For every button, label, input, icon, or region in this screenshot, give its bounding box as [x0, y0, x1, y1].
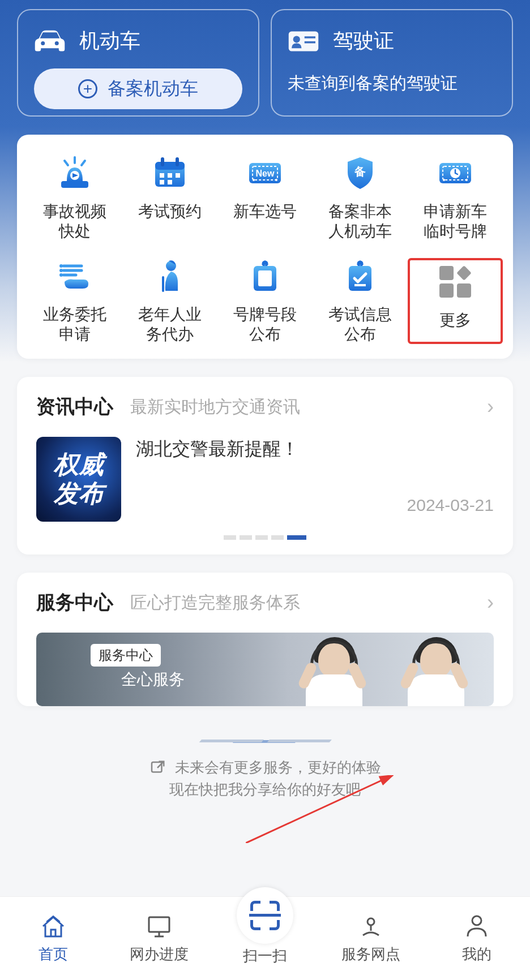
svg-rect-8 [161, 157, 164, 166]
person-icon [463, 913, 490, 940]
grid-register-other[interactable]: 备 备案非本 人机动车 [313, 155, 408, 241]
grid-delegate[interactable]: 业务委托 申请 [27, 258, 122, 344]
svg-text:备: 备 [354, 165, 366, 178]
grid-exam-book[interactable]: 考试预约 [122, 155, 217, 241]
calendar-icon [152, 155, 188, 191]
footer-teaser: 未来会有更多服务，更好的体验 现在快把我分享给你的好友吧 [17, 740, 513, 801]
svg-point-27 [59, 269, 63, 272]
clipboard-check-icon [342, 258, 378, 294]
svg-rect-35 [354, 284, 366, 286]
news-title: 资讯中心 [36, 394, 113, 420]
svg-rect-10 [160, 173, 164, 178]
svg-rect-14 [168, 180, 172, 184]
grid-temp-plate[interactable]: 申请新车 临时号牌 [408, 155, 503, 241]
hand-list-icon [57, 258, 93, 294]
shield-icon: 备 [342, 155, 378, 191]
operator-image [290, 633, 375, 706]
service-panel: 服务中心 匠心打造完整服务体系 › 服务中心 全心服务 [17, 573, 513, 706]
clock-plate-icon [437, 155, 473, 191]
news-thumbnail: 权威 发布 [36, 437, 121, 522]
svg-point-19 [275, 179, 277, 181]
news-subtitle: 最新实时地方交通资讯 [130, 396, 470, 419]
grid-exam-info[interactable]: 考试信息 公布 [313, 258, 408, 344]
svg-point-40 [472, 916, 481, 925]
grid-new-car-number[interactable]: New 新车选号 [217, 155, 313, 241]
svg-point-24 [443, 179, 445, 181]
svg-rect-3 [305, 41, 315, 44]
svg-rect-11 [168, 173, 172, 178]
register-vehicle-button[interactable]: + 备案机动车 [34, 68, 242, 109]
grid-elderly[interactable]: 老年人业 务代办 [122, 258, 217, 344]
grid-more[interactable]: 更多 [408, 258, 503, 344]
service-subtitle: 匠心打造完整服务体系 [130, 591, 470, 614]
services-grid: 事故视频 快处 [17, 135, 513, 359]
siren-icon [57, 155, 93, 191]
car-icon [34, 29, 66, 54]
operator-image [392, 633, 477, 706]
tab-branches[interactable]: 服务网点 [318, 913, 424, 964]
svg-point-18 [253, 179, 255, 181]
tab-home[interactable]: 首页 [0, 913, 106, 964]
svg-rect-12 [176, 173, 180, 178]
monitor-icon [146, 913, 173, 940]
grid-plate-publish[interactable]: 号牌号段 公布 [217, 258, 313, 344]
svg-rect-38 [149, 917, 169, 932]
svg-rect-13 [160, 180, 164, 184]
service-tag: 服务中心 [91, 644, 161, 667]
svg-text:New: New [256, 169, 275, 178]
svg-point-25 [465, 179, 468, 181]
share-icon [149, 759, 166, 776]
tabbar: 首页 网办进度 扫一扫 服务网点 我的 [0, 896, 530, 980]
news-date: 2024-03-21 [407, 496, 494, 515]
service-header[interactable]: 服务中心 匠心打造完整服务体系 › [17, 573, 513, 633]
chevron-right-icon: › [487, 591, 494, 614]
news-panel: 资讯中心 最新实时地方交通资讯 › 权威 发布 湖北交警最新提醒！ 2024-0… [17, 377, 513, 555]
vehicle-card[interactable]: 机动车 + 备案机动车 [17, 9, 259, 117]
license-title: 驾驶证 [333, 27, 394, 55]
svg-point-39 [367, 918, 374, 925]
svg-rect-9 [176, 157, 179, 166]
tab-mine[interactable]: 我的 [424, 913, 530, 964]
news-header[interactable]: 资讯中心 最新实时地方交通资讯 › [17, 377, 513, 437]
service-slogan: 全心服务 [121, 669, 185, 690]
scan-icon [250, 901, 280, 930]
service-banner[interactable]: 服务中心 全心服务 [36, 633, 494, 706]
svg-rect-2 [305, 36, 315, 38]
service-title: 服务中心 [36, 590, 113, 616]
svg-rect-4 [61, 181, 88, 188]
svg-point-1 [293, 36, 300, 42]
tab-scan[interactable]: 扫一扫 [212, 911, 318, 966]
svg-rect-36 [152, 762, 162, 772]
carousel-dots [17, 535, 513, 555]
svg-rect-7 [155, 162, 185, 170]
grid-accident-video[interactable]: 事故视频 快处 [27, 155, 122, 241]
news-item[interactable]: 权威 发布 湖北交警最新提醒！ 2024-03-21 [17, 437, 513, 535]
tab-progress[interactable]: 网办进度 [106, 913, 212, 964]
elderly-icon [152, 258, 188, 294]
svg-point-28 [59, 273, 63, 277]
chevron-right-icon: › [487, 395, 494, 419]
license-card[interactable]: 驾驶证 未查询到备案的驾驶证 [271, 9, 513, 117]
svg-point-26 [59, 264, 63, 268]
license-icon [288, 29, 319, 54]
svg-rect-32 [258, 270, 272, 286]
more-icon [439, 266, 471, 298]
plus-icon: + [78, 79, 97, 98]
new-plate-icon: New [247, 155, 283, 191]
clipboard-blank-icon [247, 258, 283, 294]
license-subtitle: 未查询到备案的驾驶证 [288, 72, 496, 95]
home-icon [40, 913, 67, 940]
vehicle-title: 机动车 [79, 27, 140, 55]
location-icon [357, 913, 384, 940]
